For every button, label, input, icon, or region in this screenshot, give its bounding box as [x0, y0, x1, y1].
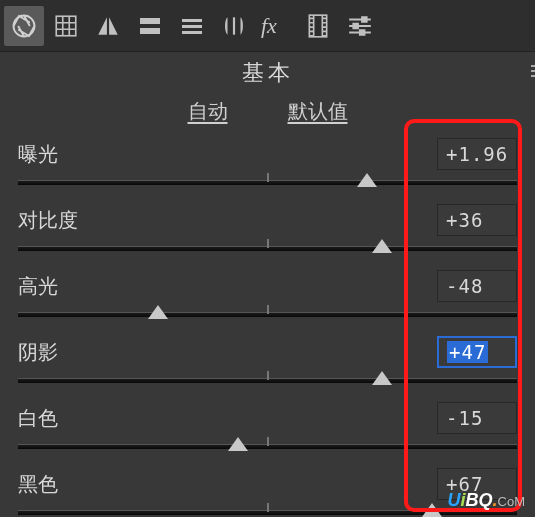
aperture-icon[interactable]: [4, 6, 44, 46]
slider-thumb[interactable]: [357, 173, 377, 187]
slider-thumb[interactable]: [228, 437, 248, 451]
lens-icon[interactable]: [214, 6, 254, 46]
svg-rect-5: [182, 25, 202, 28]
section-title: 基本: [0, 52, 535, 92]
slider-track[interactable]: [18, 175, 517, 193]
auto-button[interactable]: 自动: [188, 98, 228, 125]
slider-label: 曝光: [18, 141, 437, 168]
slider-value-input[interactable]: +1.96: [437, 138, 517, 170]
slider-track[interactable]: [18, 241, 517, 259]
svg-rect-10: [362, 17, 366, 21]
slider-value-input[interactable]: +36: [437, 204, 517, 236]
slider-value-input[interactable]: -48: [437, 270, 517, 302]
default-button[interactable]: 默认值: [288, 98, 348, 125]
sliders-icon[interactable]: [340, 6, 380, 46]
slider-value-input[interactable]: +47: [437, 336, 517, 368]
slider-label: 对比度: [18, 207, 437, 234]
mode-row: 自动 默认值: [0, 92, 535, 135]
svg-text:fx: fx: [261, 14, 277, 38]
toolbar: fx: [0, 0, 535, 52]
slider-label: 黑色: [18, 471, 437, 498]
svg-rect-1: [56, 16, 76, 36]
svg-rect-4: [182, 19, 202, 22]
filmstrip-icon[interactable]: [298, 6, 338, 46]
panel-menu-icon[interactable]: [529, 62, 535, 80]
slider-thumb[interactable]: [148, 305, 168, 319]
slider-row: 曝光 +1.96: [18, 135, 517, 193]
slider-thumb[interactable]: [422, 503, 442, 517]
slider-label: 高光: [18, 273, 437, 300]
sliders-panel: 曝光 +1.96 对比度 +36 高光 -48: [0, 135, 535, 517]
fx-icon[interactable]: fx: [256, 6, 296, 46]
svg-rect-3: [140, 28, 160, 34]
slider-value-input[interactable]: -15: [437, 402, 517, 434]
slider-thumb[interactable]: [372, 239, 392, 253]
bars-horizontal-icon[interactable]: [130, 6, 170, 46]
svg-rect-7: [233, 17, 235, 34]
watermark: UiBQ.CoM: [448, 490, 525, 511]
svg-rect-11: [354, 23, 358, 27]
slider-row: 阴影 +47: [18, 333, 517, 391]
section-title-text: 基本: [242, 60, 294, 85]
svg-rect-2: [140, 18, 160, 24]
slider-row: 黑色 +67: [18, 465, 517, 517]
slider-track[interactable]: [18, 307, 517, 325]
slider-label: 白色: [18, 405, 437, 432]
svg-rect-12: [360, 30, 364, 34]
slider-track[interactable]: [18, 505, 517, 517]
bars-thin-icon[interactable]: [172, 6, 212, 46]
slider-track[interactable]: [18, 373, 517, 391]
slider-row: 高光 -48: [18, 267, 517, 325]
slider-thumb[interactable]: [372, 371, 392, 385]
slider-label: 阴影: [18, 339, 437, 366]
svg-rect-6: [182, 31, 202, 34]
slider-track[interactable]: [18, 439, 517, 457]
mirror-icon[interactable]: [88, 6, 128, 46]
grid-icon[interactable]: [46, 6, 86, 46]
slider-row: 对比度 +36: [18, 201, 517, 259]
slider-row: 白色 -15: [18, 399, 517, 457]
